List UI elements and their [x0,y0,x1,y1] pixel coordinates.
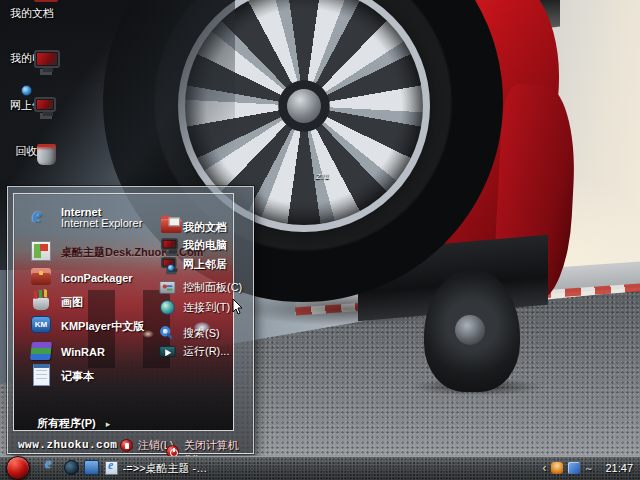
zhuoku-website-link[interactable]: www.zhuoku.com [18,439,117,451]
mouse-cursor [232,298,244,316]
start-menu-item-iconpackager[interactable]: IconPackager [30,266,133,290]
internet-explorer-icon [30,206,54,230]
desktop-icon-my-computer[interactable]: 我的电脑 [2,49,62,66]
start-menu-item-internet-explorer[interactable]: Internet Internet Explorer [30,206,142,230]
winrar-icon [30,340,54,364]
quicklaunch-desktop-icon[interactable] [64,460,79,475]
start-button[interactable] [6,456,30,480]
desktop-icon-recycle-bin[interactable]: 回收站 [2,142,62,159]
start-menu-item-connect-to[interactable]: 连接到(T) [158,295,230,319]
zl1-emblem: Z/1 [316,172,331,181]
tray-pen-icon[interactable]: ~ [585,462,597,474]
paint-icon [30,290,54,314]
tray-user-icon[interactable] [551,462,563,474]
desktop: Z/1 我的文档 我的电脑 网上邻居 回收站 Internet Internet [0,0,640,480]
desktop-icon-my-documents[interactable]: 我的文档 [2,4,62,21]
start-menu: Internet Internet Explorer 桌酷主题Desk.Zhuo… [7,186,254,454]
start-menu-item-winrar[interactable]: WinRAR [30,340,105,364]
taskbar: › -=>>桌酷主题 - Mi... ‹ ~ 21:47 [0,456,640,480]
all-programs-arrow-icon: ▸ [106,419,111,429]
run-icon [159,343,174,358]
iconpackager-icon [30,266,54,290]
quicklaunch-browser-icon[interactable] [84,460,99,475]
network-places-icon [159,256,174,271]
tray-collapse-chevron-icon[interactable]: ‹ [542,461,546,475]
log-off-icon [120,439,133,452]
connect-to-icon [159,299,174,314]
desktop-icon-network-places[interactable]: 网上邻居 [2,96,62,113]
wallpaper-hub-cap [287,89,321,123]
taskbar-clock[interactable]: 21:47 [605,462,636,474]
system-tray: ‹ ~ 21:47 [542,456,636,480]
all-programs-button[interactable]: 所有程序(P) ▸ [37,416,110,431]
kmplayer-icon [30,314,54,338]
start-menu-item-network-places[interactable]: 网上邻居 [158,252,227,276]
start-menu-footer: www.zhuoku.com 注销(L) 关闭计算机(U) [8,437,253,455]
quicklaunch-ie-icon[interactable] [44,460,59,475]
taskbar-task-button[interactable]: -=>>桌酷主题 - Mi... [102,458,212,478]
control-panel-icon [159,279,174,294]
start-menu-item-run[interactable]: 运行(R)... [158,339,229,363]
start-menu-item-kmplayer[interactable]: KMPlayer中文版 [30,314,144,338]
quick-launch-bar: › [44,460,108,475]
start-menu-item-paint[interactable]: 画图 [30,290,83,314]
notepad-icon [30,364,54,388]
my-computer-icon [159,237,174,252]
task-ie-page-icon [105,461,118,475]
start-menu-item-notepad[interactable]: 记事本 [30,364,94,388]
zhuoku-theme-icon [30,240,54,264]
start-menu-inner: Internet Internet Explorer 桌酷主题Desk.Zhuo… [13,193,234,431]
tray-windows-icon[interactable] [568,462,580,474]
wallpaper-rear-rim [455,315,485,345]
